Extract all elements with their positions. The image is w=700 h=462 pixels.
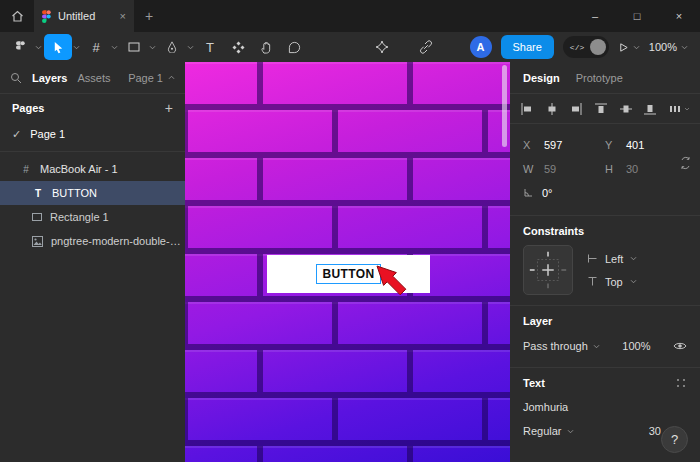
comment-tool-button[interactable] bbox=[280, 34, 308, 60]
frame-tool-button[interactable]: # bbox=[82, 34, 110, 60]
window-maximize-button[interactable]: □ bbox=[616, 0, 658, 32]
add-page-button[interactable]: + bbox=[165, 100, 173, 116]
layer-row-text-selected[interactable]: T BUTTON bbox=[0, 181, 185, 205]
text-styles-icon[interactable] bbox=[675, 377, 687, 389]
horizontal-constraint-dropdown[interactable]: Left bbox=[587, 253, 637, 265]
layer-label: MacBook Air - 1 bbox=[40, 163, 118, 175]
zoom-control[interactable]: 100% bbox=[649, 41, 688, 53]
layer-row-image[interactable]: pngtree-modern-double-color... bbox=[0, 229, 185, 253]
layer-label: Rectangle 1 bbox=[50, 211, 109, 223]
height-field[interactable]: H 30 bbox=[605, 163, 687, 175]
chevron-down-icon bbox=[593, 344, 600, 349]
page-item-label: Page 1 bbox=[30, 128, 65, 140]
font-family-dropdown[interactable]: Jomhuria bbox=[523, 395, 687, 419]
home-button[interactable] bbox=[0, 0, 34, 32]
h-value[interactable]: 30 bbox=[626, 163, 638, 175]
actions-button[interactable] bbox=[368, 34, 396, 60]
toolbar: # T bbox=[0, 32, 700, 62]
help-button[interactable]: ? bbox=[661, 426, 688, 453]
figma-menu-icon[interactable] bbox=[6, 34, 34, 60]
pen-tool-chevron[interactable] bbox=[187, 45, 194, 50]
home-icon bbox=[11, 10, 24, 23]
share-button[interactable]: Share bbox=[501, 35, 554, 59]
layer-section: Layer Pass through 100% bbox=[510, 306, 700, 368]
font-style-dropdown[interactable]: Regular bbox=[523, 425, 562, 437]
window-minimize-button[interactable]: – bbox=[574, 0, 616, 32]
opacity-value[interactable]: 100% bbox=[622, 340, 650, 352]
frame-icon: # bbox=[92, 40, 99, 55]
tab-title: Untitled bbox=[58, 10, 113, 22]
left-panel-tabs: Layers Assets Page 1 bbox=[0, 62, 185, 94]
align-right-icon[interactable] bbox=[569, 102, 583, 116]
user-avatar[interactable]: A bbox=[470, 36, 492, 58]
actions-sparkle-icon bbox=[375, 40, 389, 54]
shape-tool-chevron[interactable] bbox=[149, 45, 156, 50]
rotation-value[interactable]: 0° bbox=[542, 187, 553, 199]
x-label: X bbox=[523, 139, 535, 151]
page-list-item[interactable]: ✓ Page 1 bbox=[0, 122, 185, 146]
hand-tool-button[interactable] bbox=[252, 34, 280, 60]
layer-row-frame[interactable]: # MacBook Air - 1 bbox=[0, 157, 185, 181]
components-tool-button[interactable] bbox=[224, 34, 252, 60]
chevron-down-icon[interactable] bbox=[35, 45, 42, 50]
pen-tool-button[interactable] bbox=[158, 34, 186, 60]
w-value[interactable]: 59 bbox=[544, 163, 556, 175]
blend-mode-dropdown[interactable]: Pass through bbox=[523, 340, 588, 352]
canvas-scrollbar[interactable] bbox=[502, 65, 507, 147]
chevron-down-icon bbox=[630, 279, 637, 284]
tab-prototype[interactable]: Prototype bbox=[576, 72, 623, 84]
tab-layers[interactable]: Layers bbox=[32, 72, 67, 84]
rotation-field[interactable]: 0° bbox=[523, 181, 687, 205]
present-button[interactable] bbox=[618, 42, 640, 53]
x-position-field[interactable]: X 597 bbox=[523, 139, 605, 151]
visibility-eye-icon[interactable] bbox=[673, 341, 687, 351]
layer-row-rectangle[interactable]: Rectangle 1 bbox=[0, 205, 185, 229]
cursor-icon bbox=[52, 41, 65, 54]
play-icon bbox=[618, 42, 629, 53]
new-tab-button[interactable]: + bbox=[134, 0, 164, 32]
tab-assets[interactable]: Assets bbox=[77, 72, 110, 84]
shape-tool-button[interactable] bbox=[120, 34, 148, 60]
link-icon bbox=[419, 40, 433, 54]
red-arrow-cursor bbox=[373, 262, 413, 302]
dev-mode-toggle[interactable]: </> bbox=[563, 36, 609, 58]
align-left-icon[interactable] bbox=[520, 102, 534, 116]
pen-icon bbox=[166, 41, 178, 53]
move-tool-button[interactable] bbox=[44, 34, 72, 60]
align-bottom-icon[interactable] bbox=[643, 102, 657, 116]
tab-design[interactable]: Design bbox=[523, 72, 560, 84]
align-horizontal-center-icon[interactable] bbox=[545, 102, 559, 116]
components-icon bbox=[232, 41, 245, 54]
main-menu-button[interactable] bbox=[6, 34, 42, 60]
font-size-field[interactable]: 30 bbox=[649, 425, 661, 437]
canvas-button-text[interactable]: BUTTON bbox=[316, 264, 380, 284]
canvas[interactable]: BUTTON bbox=[185, 62, 510, 462]
text-section-title: Text bbox=[523, 377, 545, 389]
frame-layer-icon: # bbox=[20, 164, 32, 175]
constrain-proportions-icon[interactable] bbox=[680, 156, 691, 170]
distribute-icon bbox=[668, 102, 682, 116]
tidy-up-button[interactable] bbox=[668, 102, 690, 116]
align-top-icon[interactable] bbox=[594, 102, 608, 116]
text-tool-button[interactable]: T bbox=[196, 34, 224, 60]
page-selector[interactable]: Page 1 bbox=[128, 72, 175, 84]
move-tool-chevron[interactable] bbox=[73, 45, 80, 50]
file-tab[interactable]: Untitled × bbox=[34, 0, 134, 32]
figma-app-window: Untitled × + – □ × # bbox=[0, 0, 700, 462]
align-vertical-center-icon[interactable] bbox=[619, 102, 633, 116]
y-value[interactable]: 401 bbox=[626, 139, 644, 151]
inspector-tabs: Design Prototype bbox=[510, 62, 700, 94]
constraint-left-icon bbox=[587, 253, 598, 264]
x-value[interactable]: 597 bbox=[544, 139, 562, 151]
frame-tool-chevron[interactable] bbox=[111, 45, 118, 50]
constraints-widget[interactable] bbox=[523, 245, 573, 295]
y-position-field[interactable]: Y 401 bbox=[605, 139, 687, 151]
search-icon[interactable] bbox=[10, 72, 22, 84]
toggle-knob[interactable] bbox=[590, 39, 606, 55]
width-field[interactable]: W 59 bbox=[523, 163, 605, 175]
constraints-title: Constraints bbox=[523, 225, 687, 237]
vertical-constraint-dropdown[interactable]: Top bbox=[587, 276, 637, 288]
tab-close-icon[interactable]: × bbox=[120, 10, 126, 22]
copy-link-button[interactable] bbox=[412, 34, 440, 60]
window-close-button[interactable]: × bbox=[658, 0, 700, 32]
